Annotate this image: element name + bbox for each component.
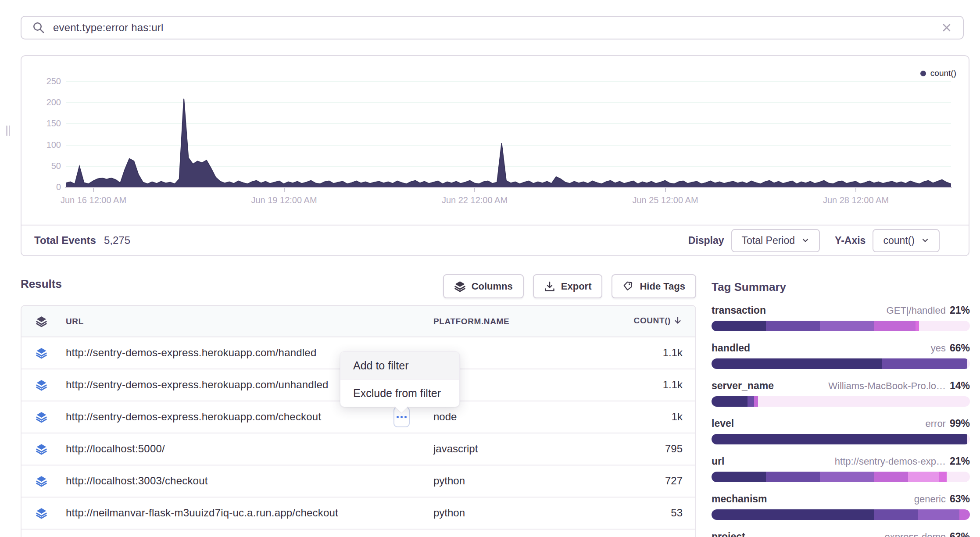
tag-bar-segment[interactable] — [919, 321, 970, 331]
menu-item-add-to-filter[interactable]: Add to filter — [340, 352, 459, 379]
tag-name: mechanism — [712, 493, 767, 505]
tag-top-percent: 66% — [950, 342, 970, 354]
tag-distribution-bar[interactable] — [712, 472, 970, 482]
tag-bar-segment[interactable] — [748, 396, 754, 407]
tag-summary-panel: Tag Summary transactionGET|/handled21%ha… — [712, 280, 970, 537]
yaxis-select[interactable]: count() — [873, 229, 940, 252]
y-axis-tick-label: 0 — [24, 182, 61, 192]
tag-bar-segment[interactable] — [712, 358, 882, 369]
chart-panel: count() 250200150100500 Jun 16 12:00 AMJ… — [21, 55, 969, 256]
download-icon — [544, 281, 555, 292]
columns-button[interactable]: Columns — [443, 274, 524, 298]
tag-bar-segment[interactable] — [820, 321, 874, 331]
tag-bar-segment[interactable] — [916, 321, 919, 331]
tag-distribution-bar[interactable] — [712, 509, 970, 520]
tag-bar-segment[interactable] — [712, 472, 766, 482]
column-header-count[interactable]: COUNT() — [634, 316, 683, 326]
search-input[interactable]: event.type:error has:url — [53, 21, 941, 34]
tag-distribution-bar[interactable] — [712, 358, 970, 369]
search-bar[interactable]: event.type:error has:url — [21, 16, 964, 39]
platform-cell[interactable]: python — [433, 475, 465, 487]
tag-bar-segment[interactable] — [766, 321, 820, 331]
clear-search-icon[interactable] — [941, 22, 952, 33]
tag-bar-segment[interactable] — [874, 321, 916, 331]
results-title: Results — [21, 277, 62, 291]
results-table: URL PLATFORM.NAME COUNT() http://sentry-… — [21, 305, 696, 537]
tag-group-mechanism: mechanismgeneric63% — [712, 493, 970, 520]
tag-top-value: yes — [931, 343, 946, 354]
tag-bar-segment[interactable] — [939, 472, 947, 482]
tag-distribution-bar[interactable] — [712, 434, 970, 444]
tag-bar-segment[interactable] — [766, 472, 820, 482]
x-axis-line — [65, 187, 952, 188]
x-axis-tick-label: Jun 19 12:00 AM — [251, 195, 317, 205]
tag-group-level: levelerror99% — [712, 418, 970, 444]
hide-tags-button[interactable]: Hide Tags — [612, 274, 696, 298]
platform-cell[interactable]: node — [433, 411, 457, 423]
tag-group-project: projectexpress-demo63% — [712, 531, 970, 537]
tag-distribution-bar[interactable] — [712, 321, 970, 331]
count-cell[interactable]: 1.1k — [663, 379, 683, 391]
panel-resize-handle[interactable] — [6, 125, 10, 136]
platform-cell[interactable]: javascript — [433, 443, 478, 455]
chart-footer: Total Events 5,275 Display Total Period … — [21, 225, 969, 255]
tag-top-percent: 21% — [950, 304, 970, 316]
table-row[interactable]: http://localhost:5000/javascript795 — [21, 433, 695, 465]
search-icon — [32, 21, 45, 34]
tag-bar-segment[interactable] — [874, 472, 908, 482]
tag-bar-segment[interactable] — [712, 321, 766, 331]
url-cell[interactable]: http://localhost:3003/checkout — [66, 475, 208, 487]
tag-bar-segment[interactable] — [754, 396, 758, 407]
column-header-url[interactable]: URL — [66, 317, 84, 326]
tag-top-value: express-demo — [885, 531, 946, 537]
url-cell[interactable]: http://sentry-demos-express.herokuapp.co… — [66, 379, 329, 391]
table-row[interactable]: http://localhost:3003/checkoutpython727 — [21, 465, 695, 498]
cell-action-menu: Add to filterExclude from filter — [340, 351, 460, 407]
export-button[interactable]: Export — [533, 274, 603, 298]
count-cell[interactable]: 1.1k — [663, 347, 683, 359]
tag-bar-segment[interactable] — [874, 509, 918, 520]
tag-bar-segment[interactable] — [758, 396, 970, 407]
x-axis-tick-label: Jun 16 12:00 AM — [61, 195, 126, 205]
url-cell[interactable]: http://sentry-demos-express.herokuapp.co… — [66, 411, 321, 423]
tag-bar-segment[interactable] — [882, 358, 967, 369]
x-axis-tick — [855, 188, 856, 192]
count-cell[interactable]: 1k — [672, 411, 683, 423]
tag-bar-segment[interactable] — [820, 472, 874, 482]
x-axis-tick-label: Jun 22 12:00 AM — [442, 195, 508, 205]
total-events-label: Total Events — [34, 234, 96, 247]
url-cell[interactable]: http://neilmanvar-flask-m3uuizd7iq-uc.a.… — [66, 507, 338, 519]
stack-icon — [36, 379, 47, 391]
platform-cell[interactable]: python — [433, 507, 465, 519]
tag-bar-segment[interactable] — [967, 358, 970, 369]
tag-bar-segment[interactable] — [908, 472, 939, 482]
tag-name: transaction — [712, 304, 766, 316]
tag-bar-segment[interactable] — [959, 509, 970, 520]
stack-icon — [36, 443, 47, 455]
y-axis-tick-label: 150 — [24, 118, 61, 129]
url-cell[interactable]: http://localhost:5000/ — [66, 443, 165, 455]
tag-bar-segment[interactable] — [712, 509, 874, 520]
tag-bar-segment[interactable] — [918, 509, 959, 520]
tag-distribution-bar[interactable] — [712, 396, 970, 407]
tag-top-percent: 63% — [950, 531, 970, 537]
count-cell[interactable]: 795 — [665, 443, 683, 455]
y-axis-tick-label: 250 — [24, 76, 61, 86]
x-axis-tick — [93, 188, 94, 192]
tag-bar-segment[interactable] — [712, 396, 748, 407]
column-header-platform[interactable]: PLATFORM.NAME — [433, 317, 509, 326]
y-axis-tick-label: 100 — [24, 140, 61, 150]
table-row[interactable]: http://neilmanvar-flask-m3uuizd7iq-uc.a.… — [21, 498, 695, 530]
tag-bar-segment[interactable] — [947, 472, 970, 482]
count-cell[interactable]: 727 — [665, 475, 683, 487]
tag-bar-segment[interactable] — [712, 434, 967, 444]
url-cell[interactable]: http://sentry-demos-express.herokuapp.co… — [66, 347, 316, 359]
stack-icon — [454, 280, 466, 292]
tag-name: handled — [712, 342, 750, 354]
total-events-value: 5,275 — [104, 234, 130, 247]
display-select[interactable]: Total Period — [731, 229, 820, 252]
tag-bar-segment[interactable] — [967, 434, 970, 444]
count-cell[interactable]: 53 — [671, 507, 683, 519]
event-count-area-chart[interactable] — [66, 75, 951, 187]
tag-top-percent: 99% — [950, 418, 970, 430]
